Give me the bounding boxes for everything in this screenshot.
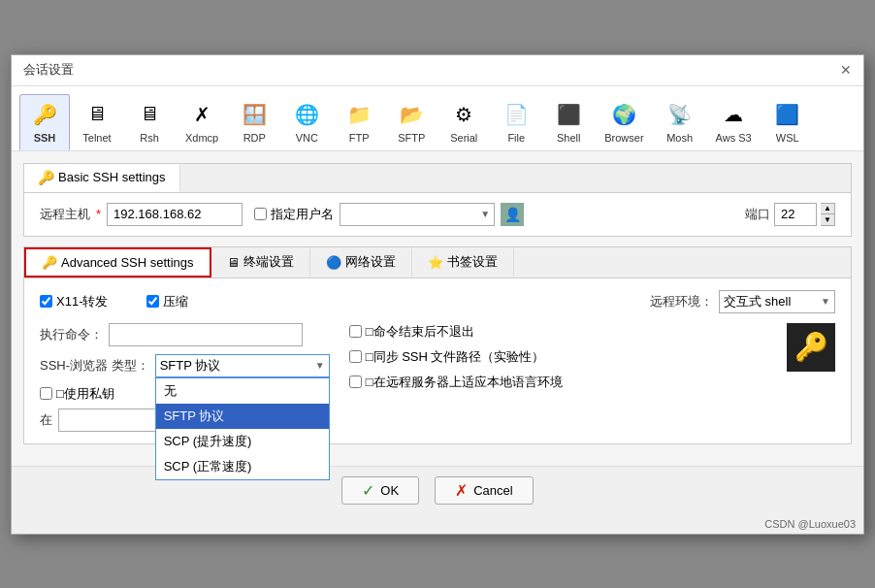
- tab-icon-advanced-ssh: 🔑: [42, 255, 57, 270]
- tab-advanced-ssh[interactable]: 🔑 Advanced SSH settings: [24, 247, 211, 278]
- locale-checkbox[interactable]: [349, 376, 362, 388]
- close-button[interactable]: ✕: [836, 60, 856, 80]
- browser-option-SFTP-协议[interactable]: SFTP 协议: [156, 404, 329, 429]
- protocol-icon-rdp: 🪟: [239, 99, 270, 130]
- protocol-item-browser[interactable]: 🌍 Browser: [596, 94, 652, 150]
- no-exit-label[interactable]: □命令结束后不退出: [349, 323, 767, 341]
- protocol-item-telnet[interactable]: 🖥 Telnet: [72, 94, 122, 150]
- protocol-item-awss3[interactable]: ☁ Aws S3: [707, 94, 761, 150]
- protocol-item-wsl[interactable]: 🟦 WSL: [762, 94, 813, 150]
- cancel-label: Cancel: [473, 483, 512, 498]
- user-icon[interactable]: 👤: [501, 203, 524, 226]
- tab-terminal[interactable]: 🖥 终端设置: [211, 247, 310, 278]
- x11-label: X11-转发: [56, 293, 108, 310]
- protocol-icon-shell: ⬛: [553, 99, 584, 130]
- locale-text: □在远程服务器上适应本地语言环境: [366, 374, 563, 391]
- protocol-label-awss3: Aws S3: [716, 132, 752, 144]
- protocol-item-rsh[interactable]: 🖥 Rsh: [124, 94, 175, 150]
- no-exit-text: □命令结束后不退出: [366, 323, 474, 341]
- cancel-button[interactable]: ✗ Cancel: [435, 476, 533, 505]
- basic-ssh-tab[interactable]: 🔑 Basic SSH settings: [24, 164, 180, 192]
- port-group: 端口 ▲ ▼: [745, 203, 835, 226]
- host-input[interactable]: [107, 203, 243, 226]
- protocol-label-mosh: Mosh: [666, 132, 693, 144]
- sync-path-checkbox[interactable]: [349, 350, 362, 363]
- username-checkbox-label[interactable]: 指定用户名: [254, 206, 334, 223]
- browser-type-dropdown[interactable]: SFTP 协议 ▼: [155, 354, 330, 377]
- protocol-item-ssh[interactable]: 🔑 SSH: [19, 94, 70, 150]
- protocol-label-sftp: SFTP: [398, 132, 425, 144]
- protocol-label-xdmcp: Xdmcp: [185, 132, 218, 144]
- exec-group: 执行命令：: [40, 323, 330, 346]
- protocol-item-file[interactable]: 📄 File: [491, 94, 541, 150]
- exec-input[interactable]: [109, 323, 303, 346]
- basic-ssh-label: Basic SSH settings: [58, 170, 166, 184]
- cancel-icon: ✗: [455, 481, 468, 500]
- protocol-item-rdp[interactable]: 🪟 RDP: [229, 94, 279, 150]
- tab-network[interactable]: 🔵 网络设置: [310, 247, 412, 278]
- protocol-item-xdmcp[interactable]: ✗ Xdmcp: [177, 94, 227, 150]
- title-bar: 会话设置 ✕: [12, 55, 863, 86]
- protocol-icon-browser: 🌍: [608, 99, 639, 130]
- protocol-label-wsl: WSL: [776, 132, 799, 144]
- adv-mid-section: 执行命令： SSH-浏览器 类型： SFTP 协议 ▼ 无S: [40, 323, 835, 403]
- protocol-item-sftp[interactable]: 📂 SFTP: [386, 94, 437, 150]
- env-dropdown[interactable]: 交互式 shell ▼: [719, 290, 835, 313]
- protocol-label-browser: Browser: [604, 132, 643, 144]
- browser-option-无[interactable]: 无: [156, 378, 329, 404]
- tab-label-terminal: 终端设置: [243, 253, 294, 271]
- sync-path-label[interactable]: □同步 SSH 文件路径（实验性）: [349, 348, 767, 366]
- protocol-icon-ssh: 🔑: [29, 99, 60, 130]
- protocol-item-serial[interactable]: ⚙ Serial: [438, 94, 489, 150]
- use-key-checkbox[interactable]: [40, 387, 52, 400]
- no-exit-checkbox[interactable]: [349, 325, 362, 338]
- key-icon: 🔑: [794, 331, 828, 363]
- port-up-button[interactable]: ▲: [821, 204, 834, 214]
- adv-row-1: X11-转发 压缩 远程环境： 交互式 shell ▼: [40, 290, 835, 313]
- tab-icon-bookmark: ⭐: [428, 255, 443, 270]
- browser-option-SCP-(正常速度)[interactable]: SCP (正常速度): [156, 454, 329, 479]
- protocol-icon-rsh: 🖥: [134, 99, 165, 130]
- protocol-icon-vnc: 🌐: [291, 99, 322, 130]
- locale-label[interactable]: □在远程服务器上适应本地语言环境: [349, 374, 767, 391]
- protocol-icon-telnet: 🖥: [81, 99, 113, 130]
- ok-button[interactable]: ✓ OK: [341, 476, 419, 505]
- basic-ssh-section: 🔑 Basic SSH settings 远程主机 * 指定用户名: [23, 163, 852, 237]
- compress-checkbox-label[interactable]: 压缩: [146, 293, 188, 310]
- host-field-group: 远程主机 *: [40, 203, 243, 226]
- protocol-item-ftp[interactable]: 📁 FTP: [334, 94, 384, 150]
- adv-right-section: □命令结束后不退出 □同步 SSH 文件路径（实验性） □在远程服务器上适应本地…: [349, 323, 767, 403]
- chevron-down-icon: ▼: [480, 209, 490, 219]
- protocol-icon-mosh: 📡: [664, 99, 696, 130]
- protocol-item-vnc[interactable]: 🌐 VNC: [281, 94, 332, 150]
- protocol-icon-awss3: ☁: [718, 99, 749, 130]
- advanced-ssh-section: 🔑 Advanced SSH settings 🖥 终端设置 🔵 网络设置 ⭐ …: [23, 246, 852, 444]
- browser-option-SCP-(提升速度)[interactable]: SCP (提升速度): [156, 429, 329, 454]
- tab-icon-terminal: 🖥: [227, 255, 240, 270]
- sync-path-text: □同步 SSH 文件路径（实验性）: [366, 348, 545, 366]
- protocol-label-file: File: [507, 132, 525, 144]
- protocol-item-mosh[interactable]: 📡 Mosh: [655, 94, 705, 150]
- env-value: 交互式 shell: [724, 293, 791, 310]
- protocol-label-serial: Serial: [450, 132, 477, 144]
- port-input[interactable]: [774, 203, 817, 226]
- exec-label: 执行命令：: [40, 326, 103, 343]
- tab-bookmark[interactable]: ⭐ 书签设置: [412, 247, 514, 278]
- username-checkbox[interactable]: [254, 208, 267, 220]
- key-icon-box: 🔑: [787, 323, 835, 372]
- port-down-button[interactable]: ▼: [821, 214, 834, 225]
- port-label: 端口: [745, 206, 770, 223]
- username-dropdown[interactable]: ▼: [340, 203, 495, 226]
- x11-checkbox[interactable]: [40, 295, 52, 308]
- protocol-item-shell[interactable]: ⬛ Shell: [543, 94, 594, 150]
- x11-checkbox-label[interactable]: X11-转发: [40, 293, 108, 310]
- env-group: 远程环境： 交互式 shell ▼: [650, 290, 835, 313]
- protocol-icon-xdmcp: ✗: [186, 99, 217, 130]
- dialog-footer: ✓ OK ✗ Cancel: [12, 466, 863, 514]
- protocol-icon-serial: ⚙: [448, 99, 479, 130]
- dialog-title: 会话设置: [23, 61, 74, 79]
- env-chevron-icon: ▼: [821, 296, 830, 307]
- compress-checkbox[interactable]: [146, 295, 159, 308]
- protocol-label-ssh: SSH: [34, 132, 56, 144]
- tab-label-network: 网络设置: [345, 253, 396, 271]
